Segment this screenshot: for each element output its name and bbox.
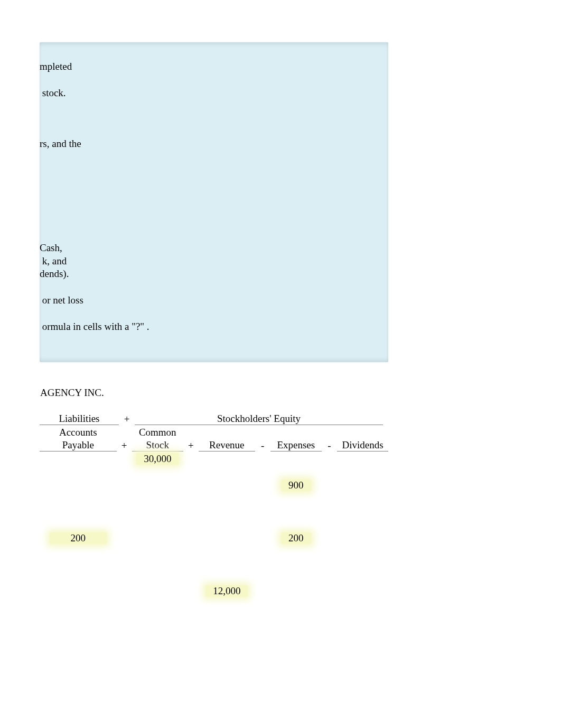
plus-operator: + [183,440,199,451]
instr-line: dends). [40,268,383,281]
table-header-row-2a: Accounts Common [40,426,388,439]
header-liabilities: Liabilities [40,413,119,425]
table-row [40,518,388,531]
minus-operator: - [322,440,337,451]
minus-operator: - [255,440,270,451]
value-common-stock[interactable]: 30,000 [136,453,179,465]
plus-operator: + [117,440,132,451]
header-accounts: Accounts [40,427,117,438]
value-expenses-1[interactable]: 900 [281,480,311,491]
value-revenue[interactable]: 12,000 [205,585,248,597]
table-row [40,465,388,478]
table-row: 12,000 [40,584,388,597]
header-expenses: Expenses [270,440,322,451]
instructions-panel: mpleted stock. rs, and the Cash, k, and … [40,42,388,362]
instr-line: or net loss [40,294,383,307]
instr-line: Cash, [40,242,383,255]
header-dividends: Dividends [337,440,388,451]
instr-line: k, and [40,255,383,268]
equation-table: Liabilities + Stockholders' Equity Accou… [40,412,388,597]
header-stockholders-equity: Stockholders' Equity [135,413,383,425]
instr-line: ormula in cells with a "?" . [40,320,383,334]
instr-line: mpleted [40,60,383,73]
header-revenue: Revenue [199,440,255,451]
company-title: AGENCY INC. [40,387,104,399]
header-stock: Stock [132,440,183,451]
table-header-row-1: Liabilities + Stockholders' Equity [40,412,388,426]
table-row: 900 [40,478,388,492]
header-common: Common [132,427,183,438]
table-row [40,558,388,571]
value-expenses-2[interactable]: 200 [281,532,311,544]
plus-operator: + [119,413,135,425]
table-row [40,571,388,584]
table-row [40,492,388,505]
table-row [40,545,388,558]
instr-line: rs, and the [40,137,383,151]
table-row: 30,000 [40,452,388,465]
table-row: 200 200 [40,531,388,545]
value-accounts-payable[interactable]: 200 [50,532,107,544]
header-payable: Payable [40,440,117,451]
instr-line: stock. [40,87,383,100]
table-row [40,505,388,518]
table-header-row-2b: Payable + Stock + Revenue - Expenses - D… [40,439,388,452]
